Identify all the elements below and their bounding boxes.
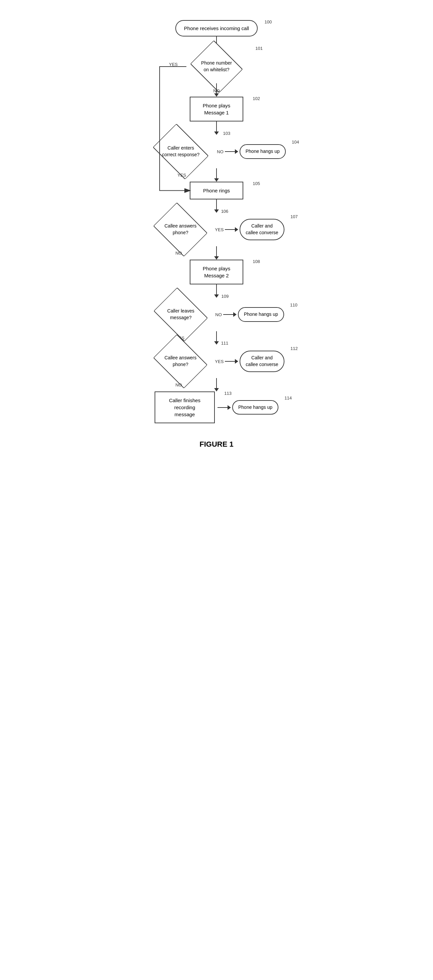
- rect-105: Phone rings: [190, 182, 243, 199]
- ref-104: 104: [292, 140, 299, 145]
- figure-title: FIGURE 1: [199, 440, 233, 449]
- oval-112: Caller andcallee converse: [240, 351, 284, 372]
- node-110: Phone hangs up 110: [238, 307, 284, 322]
- line-v: [216, 199, 217, 210]
- yes-branch-111: YES Caller andcallee converse 112: [212, 351, 284, 372]
- line-v: [216, 121, 217, 132]
- oval-104: Phone hangs up: [240, 144, 286, 159]
- oval-107: Caller andcallee converse: [240, 219, 284, 240]
- node-103: Caller enterscorrect response? 103 YES: [147, 135, 214, 168]
- label-111: Callee answersphone?: [159, 355, 201, 368]
- node-109: Caller leavesmessage? 109 YES: [149, 298, 212, 331]
- ref-105: 105: [253, 181, 260, 186]
- diamond-101: Phone numberon whitelist?: [186, 50, 247, 83]
- branch-114: Phone hangs up 114: [218, 400, 279, 415]
- arrow-right: [233, 312, 237, 317]
- line-v: [216, 246, 217, 256]
- connector-111-113: [214, 378, 219, 391]
- arrow-down: [214, 388, 219, 391]
- label-101: Phone numberon whitelist?: [196, 60, 237, 73]
- node-103-row: Caller enterscorrect response? 103 YES N…: [147, 135, 285, 168]
- oval-100: Phone receives incoming call: [175, 20, 258, 37]
- line-v: [216, 168, 217, 178]
- yes-label-103: YES: [177, 173, 186, 178]
- node-101: Phone numberon whitelist? 101 YES NO: [186, 50, 247, 83]
- ref-111: 111: [221, 340, 229, 346]
- rect-113: Caller finishesrecordingmessage: [154, 391, 215, 423]
- yes-label-111: YES: [215, 359, 223, 364]
- h-line: [223, 314, 233, 315]
- h-line: [225, 229, 235, 230]
- no-branch-109: NO Phone hangs up 110: [212, 307, 284, 322]
- no-label-109: NO: [215, 312, 222, 317]
- no-label-111: NO: [175, 382, 182, 387]
- node-106-row: Callee answersphone? 106 NO YES Caller a…: [148, 213, 284, 246]
- oval-114: Phone hangs up: [232, 400, 279, 415]
- ref-106: 106: [221, 209, 229, 214]
- node-100: Phone receives incoming call 100: [175, 20, 258, 37]
- node-108: Phone playsMessage 2 108: [190, 259, 243, 285]
- ref-100: 100: [264, 19, 272, 24]
- ref-101: 101: [255, 46, 263, 51]
- label-103: Caller enterscorrect response?: [159, 145, 202, 158]
- node-106: Callee answersphone? 106 NO: [148, 213, 212, 246]
- connector-109-111: [214, 331, 219, 345]
- ref-114: 114: [285, 396, 292, 401]
- flowchart-diagram: Phone receives incoming call 100 Phone n…: [99, 13, 334, 960]
- arrow-down: [214, 178, 219, 182]
- h-line: [225, 151, 235, 152]
- h-line: [218, 407, 228, 408]
- label-113: Caller finishesrecordingmessage: [169, 397, 201, 418]
- ref-102: 102: [253, 96, 260, 101]
- ref-109: 109: [221, 294, 229, 299]
- diamond-106: Callee answersphone?: [148, 213, 212, 246]
- diamond-103: Caller enterscorrect response?: [147, 135, 214, 168]
- ref-113: 113: [224, 391, 232, 396]
- node-105: Phone rings 105: [190, 182, 243, 199]
- connector-105-106: [214, 199, 219, 213]
- node-104: Phone hangs up 104: [240, 144, 286, 159]
- ref-103: 103: [223, 131, 231, 136]
- h-line: [225, 361, 235, 362]
- arrow-right: [235, 149, 238, 154]
- node-107: Caller andcallee converse 107: [240, 219, 284, 240]
- arrow-down: [214, 210, 219, 213]
- connector-108-109: [214, 285, 219, 298]
- label-105: Phone rings: [203, 187, 230, 194]
- arrow-right: [235, 359, 238, 364]
- label-109: Caller leavesmessage?: [161, 308, 201, 321]
- line-v: [216, 378, 217, 388]
- connector-101-102: [214, 83, 219, 97]
- no-label-106: NO: [175, 251, 182, 256]
- yes-label-106: YES: [215, 227, 223, 232]
- node-112: Caller andcallee converse 112: [240, 351, 284, 372]
- label-100: Phone receives incoming call: [184, 25, 249, 32]
- ref-112: 112: [290, 346, 298, 351]
- no-label-103: NO: [217, 149, 223, 154]
- line-v: [216, 285, 217, 294]
- connector-106-108: [214, 246, 219, 259]
- arrow-down: [214, 132, 219, 135]
- rect-102: Phone playsMessage 1: [190, 97, 243, 121]
- no-branch-103: NO Phone hangs up 104: [214, 144, 285, 159]
- ref-107: 107: [290, 214, 298, 219]
- line-v: [216, 83, 217, 93]
- node-102: Phone playsMessage 1 102: [190, 97, 243, 121]
- arrow-down: [214, 294, 219, 298]
- arrow-down: [214, 341, 219, 345]
- label-108: Phone playsMessage 2: [203, 265, 231, 279]
- node-109-row: Caller leavesmessage? 109 YES NO Phone h…: [149, 298, 284, 331]
- yes-branch-106: YES Caller andcallee converse 107: [212, 219, 284, 240]
- arrow-right: [235, 227, 238, 232]
- ref-110: 110: [290, 302, 298, 307]
- arrow-right: [228, 405, 231, 410]
- yes-label-101: YES: [169, 62, 178, 67]
- node-111: Callee answersphone? 111 NO: [148, 345, 212, 378]
- label-102: Phone playsMessage 1: [203, 102, 231, 116]
- connector-103-105: [214, 168, 219, 182]
- ref-108: 108: [253, 259, 260, 264]
- line-v: [216, 331, 217, 341]
- oval-110: Phone hangs up: [238, 307, 284, 322]
- diamond-111: Callee answersphone?: [148, 345, 212, 378]
- diamond-109: Caller leavesmessage?: [149, 298, 212, 331]
